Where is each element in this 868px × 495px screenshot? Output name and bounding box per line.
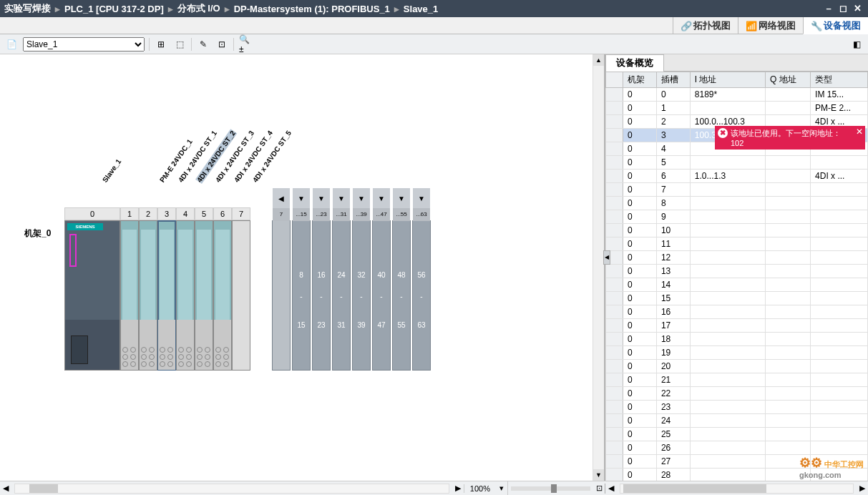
col-type[interactable]: 类型 [811,72,868,88]
module-slot-4[interactable] [176,220,195,371]
exp-dropdown-icon[interactable] [353,188,370,208]
canvas-hscroll[interactable] [14,484,449,494]
tool-btn-3[interactable]: ✎ [196,37,210,52]
table-row[interactable]: 05 [606,156,868,170]
table-row[interactable]: 027 [606,455,868,469]
device-selector[interactable]: Slave_1 [23,37,145,52]
table-row[interactable]: 07 [606,183,868,197]
exp-slot-0[interactable]: ...15 8 - 15 [292,220,311,371]
exp-nav-left-icon[interactable]: ◀ [273,188,290,208]
table-row[interactable]: 014 [606,278,868,292]
col-rack[interactable]: 机架 [623,72,657,88]
scroll-up-icon[interactable]: ▲ [593,54,604,66]
panel-tab-overview[interactable]: 设备概览 [605,54,664,72]
maximize-button[interactable]: ◻ [837,4,849,14]
table-row[interactable]: 01PM-E 2... [606,102,868,115]
table-row[interactable]: 024 [606,414,868,428]
exp-dropdown-icon[interactable] [333,188,350,208]
slot-number-2: 2 [139,207,157,220]
breadcrumb-2[interactable]: 分布式 I/O [177,2,220,15]
module-head[interactable]: SIEMENS [64,220,120,371]
module-slot-3[interactable] [157,220,176,371]
table-row[interactable]: 012 [606,251,868,265]
panel-toggle-button[interactable]: ◧ [849,37,864,52]
tool-btn-1[interactable]: ⊞ [154,37,168,52]
table-row[interactable]: 028 [606,469,868,481]
exp-dropdown-icon[interactable] [313,188,330,208]
rack-label: 机架_0 [24,227,51,240]
slot-number-0: 0 [64,207,120,220]
table-hscroll-left[interactable]: ◀ [605,484,617,494]
hscroll-left[interactable]: ◀ [0,484,11,493]
slot-label-0[interactable]: Slave_1 [101,157,122,184]
table-hscroll-right[interactable]: ▶ [857,484,868,494]
table-row[interactable]: 021 [606,373,868,387]
siemens-logo: SIEMENS [67,223,103,230]
table-row[interactable]: 015 [606,292,868,305]
table-row[interactable]: 018 [606,333,868,346]
col-q-addr[interactable]: Q 地址 [766,72,811,88]
tab-topology-view[interactable]: 🔗拓扑视图 [673,17,738,34]
device-canvas[interactable]: 机架_0 Slave_1PM-E 24VDC_14DI x 24VDC ST_1… [0,54,605,481]
table-row[interactable]: 013 [606,265,868,278]
module-slot-1[interactable] [120,220,139,371]
tab-device-view[interactable]: 🔧设备视图 [803,17,868,34]
zoom-level[interactable]: 100% [464,484,496,493]
breadcrumb-1[interactable]: PLC_1 [CPU 317-2 DP] [64,4,164,14]
module-slot-6[interactable] [213,220,232,371]
table-row[interactable]: 026 [606,441,868,455]
exp-dropdown-icon[interactable] [393,188,410,208]
close-button[interactable]: ✕ [851,4,864,14]
table-row[interactable]: 08 [606,197,868,210]
title-bar: 实验写焊接▸ PLC_1 [CPU 317-2 DP]▸ 分布式 I/O▸ DP… [0,0,868,17]
table-row[interactable]: 016 [606,305,868,319]
table-row[interactable]: 023 [606,401,868,414]
canvas-vscroll[interactable]: ▲ ▼ [593,54,604,481]
module-slot-5[interactable] [195,220,213,371]
panel-collapse-handle[interactable]: ◀ [603,250,610,265]
table-row[interactable]: 061.0...1.34DI x ... [606,170,868,183]
breadcrumb-0[interactable]: 实验写焊接 [4,2,51,15]
exp-dropdown-icon[interactable] [413,188,430,208]
tool-btn-2[interactable]: ⬚ [172,37,187,52]
breadcrumb-3[interactable]: DP-Mastersystem (1): PROFIBUS_1 [234,4,390,14]
table-row[interactable]: 019 [606,346,868,360]
table-row[interactable]: 020 [606,360,868,373]
breadcrumb-4[interactable]: Slave_1 [404,4,438,14]
exp-slot-2[interactable]: ...31 24 - 31 [332,220,351,371]
table-row[interactable]: 025 [606,428,868,441]
table-row[interactable]: 011 [606,237,868,251]
col-slot[interactable]: 插槽 [656,72,690,88]
exp-slot-1[interactable]: ...23 16 - 23 [312,220,331,371]
module-slot-7[interactable] [232,220,250,371]
table-row[interactable]: 008189*IM 15... [606,88,868,102]
table-hscroll[interactable] [620,484,854,494]
device-overview-panel: 设备概览 机架 插槽 I 地址 Q 地址 类型 008189*IM 15...0… [605,54,868,481]
zoom-slider[interactable] [511,486,590,491]
scroll-down-icon[interactable]: ▼ [593,469,604,481]
hscroll-right[interactable]: ▶ [452,484,464,493]
exp-dropdown-icon[interactable] [293,188,310,208]
exp-slot-4[interactable]: ...47 40 - 47 [372,220,391,371]
exp-slot-5[interactable]: ...55 48 - 55 [392,220,411,371]
exp-slot-6[interactable]: ...63 56 - 63 [412,220,431,371]
toolbar: 📄 Slave_1 ⊞ ⬚ ✎ ⊡ 🔍± ◧ [0,34,868,54]
table-row[interactable]: 010 [606,224,868,237]
navigate-button[interactable]: 📄 [4,37,19,52]
zoom-dropdown[interactable]: ▾ [496,484,507,493]
col-i-addr[interactable]: I 地址 [690,72,765,88]
fit-button[interactable]: ⊡ [593,484,605,493]
exp-slot-3[interactable]: ...39 32 - 39 [352,220,371,371]
table-row[interactable]: 022 [606,387,868,401]
minimize-button[interactable]: – [822,4,835,14]
exp-nav[interactable]: ◀7 [272,220,291,371]
error-close-button[interactable]: ✕ [856,127,863,137]
table-row[interactable]: 017 [606,319,868,333]
module-slot-2[interactable] [139,220,157,371]
table-row[interactable]: 09 [606,210,868,224]
tab-network-view[interactable]: 📶网络视图 [738,17,803,34]
slot-label-1[interactable]: PM-E 24VDC_1 [158,137,194,184]
exp-dropdown-icon[interactable] [373,188,390,208]
zoom-button[interactable]: 🔍± [238,37,253,52]
tool-btn-4[interactable]: ⊡ [215,37,229,52]
